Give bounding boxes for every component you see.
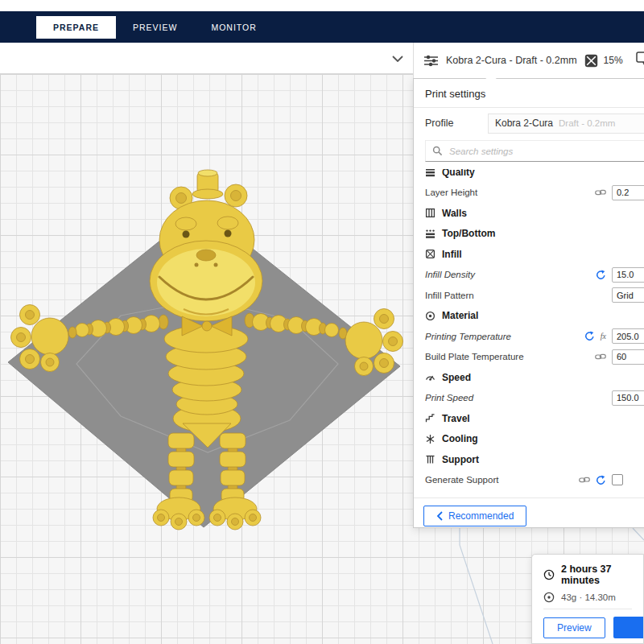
setting-label: Printing Temperature bbox=[425, 332, 511, 341]
search-settings-box bbox=[425, 140, 644, 162]
walls-icon bbox=[425, 208, 436, 218]
section-label: Travel bbox=[442, 413, 470, 424]
profile-summary-label: Kobra 2-Cura - Draft - 0.2mm bbox=[446, 55, 577, 66]
infill-pattern-dropdown[interactable]: Grid bbox=[612, 287, 644, 303]
search-settings-input[interactable] bbox=[449, 147, 644, 156]
setting-label: Print Speed bbox=[425, 393, 473, 402]
section-top-bottom[interactable]: Top/Bottom bbox=[425, 224, 644, 245]
chevron-down-icon[interactable] bbox=[392, 56, 403, 62]
section-speed[interactable]: Speed bbox=[425, 367, 644, 388]
printhead-icon bbox=[636, 52, 644, 69]
material-usage-label: 43g · 14.30m bbox=[561, 592, 616, 602]
reset-icon[interactable] bbox=[584, 331, 595, 341]
generate-support-checkbox[interactable] bbox=[612, 474, 623, 485]
panel-title: Print settings bbox=[414, 79, 644, 108]
section-material[interactable]: Material bbox=[425, 306, 644, 327]
reset-icon[interactable] bbox=[596, 475, 606, 485]
section-label: Material bbox=[442, 310, 478, 321]
link-icon bbox=[579, 476, 590, 484]
window-top-strip bbox=[0, 0, 644, 11]
profile-dropdown[interactable]: Kobra 2-Cura Draft - 0.2mm bbox=[488, 114, 644, 134]
section-label: Quality bbox=[442, 169, 475, 178]
section-label: Speed bbox=[442, 372, 471, 383]
profile-label: Profile bbox=[425, 118, 453, 129]
link-icon bbox=[595, 188, 606, 196]
infill-icon bbox=[425, 249, 436, 259]
section-walls[interactable]: Walls bbox=[425, 203, 644, 224]
clock-icon bbox=[543, 569, 555, 580]
print-speed-input[interactable]: 150.0 bbox=[612, 390, 644, 406]
tab-monitor[interactable]: MONITOR bbox=[194, 16, 273, 39]
file-toolbar bbox=[0, 43, 413, 74]
section-travel[interactable]: Travel bbox=[425, 408, 644, 429]
print-settings-summary-button[interactable]: Kobra 2-Cura - Draft - 0.2mm 15% bbox=[413, 43, 644, 78]
settings-list: Quality Layer Height 0.2 Walls Top/Botto… bbox=[414, 169, 644, 497]
infill-percent-label: 15% bbox=[604, 55, 623, 66]
print-time-label: 2 hours 37 minutes bbox=[561, 564, 643, 586]
setting-label: Layer Height bbox=[425, 188, 477, 197]
section-label: Infill bbox=[442, 249, 462, 260]
setting-row-generate-support: Generate Support bbox=[425, 470, 644, 491]
setting-row-printing-temperature: Printing Temperature fx 205.0 bbox=[425, 326, 644, 347]
material-icon bbox=[425, 311, 436, 321]
search-icon bbox=[432, 146, 443, 156]
top-bottom-icon bbox=[425, 229, 436, 239]
section-label: Cooling bbox=[442, 433, 478, 444]
setting-label: Infill Pattern bbox=[425, 291, 474, 300]
recommended-label: Recommended bbox=[448, 510, 514, 522]
setting-label: Infill Density bbox=[425, 270, 475, 279]
setting-row-layer-height: Layer Height 0.2 bbox=[425, 183, 644, 204]
infill-density-input[interactable]: 15.0 bbox=[612, 267, 644, 283]
travel-icon bbox=[425, 413, 436, 423]
primary-action-button[interactable] bbox=[613, 617, 644, 638]
setting-label: Build Plate Temperature bbox=[425, 352, 524, 361]
quality-icon bbox=[425, 169, 436, 177]
filament-spool-icon bbox=[543, 592, 555, 603]
cooling-icon bbox=[425, 434, 436, 444]
print-job-card: 2 hours 37 minutes 43g · 14.30m Preview bbox=[531, 554, 644, 644]
section-support[interactable]: Support bbox=[425, 449, 644, 470]
section-quality[interactable]: Quality bbox=[425, 169, 644, 183]
section-label: Top/Bottom bbox=[442, 228, 495, 239]
setting-row-print-speed: Print Speed 150.0 bbox=[425, 388, 644, 409]
setting-label: Generate Support bbox=[425, 475, 498, 485]
stage-navbar: PREPARE PREVIEW MONITOR bbox=[0, 11, 644, 43]
section-label: Walls bbox=[442, 208, 467, 219]
preview-button[interactable]: Preview bbox=[543, 617, 605, 638]
divider bbox=[543, 609, 632, 609]
reset-icon[interactable] bbox=[596, 270, 606, 280]
printing-temperature-input[interactable]: 205.0 bbox=[612, 328, 644, 344]
speed-icon bbox=[425, 372, 436, 382]
infill-badge-icon bbox=[584, 54, 598, 68]
section-label: Support bbox=[442, 454, 479, 465]
build-plate-temperature-input[interactable]: 60 bbox=[612, 349, 644, 365]
setting-row-infill-density: Infill Density 15.0 bbox=[425, 265, 644, 286]
tab-preview[interactable]: PREVIEW bbox=[116, 16, 194, 39]
recommended-button[interactable]: Recommended bbox=[423, 506, 526, 526]
chevron-left-icon bbox=[436, 511, 443, 521]
section-cooling[interactable]: Cooling bbox=[425, 429, 644, 450]
sliders-icon bbox=[423, 55, 439, 67]
layer-height-input[interactable]: 0.2 bbox=[612, 185, 644, 200]
tab-prepare[interactable]: PREPARE bbox=[36, 16, 116, 39]
function-icon: fx bbox=[601, 332, 606, 341]
section-infill[interactable]: Infill bbox=[425, 244, 644, 265]
profile-name: Kobra 2-Cura bbox=[495, 118, 553, 129]
setting-row-build-plate-temperature: Build Plate Temperature 60 bbox=[425, 347, 644, 368]
print-settings-panel: Print settings Profile Kobra 2-Cura Draf… bbox=[413, 78, 644, 528]
setting-row-infill-pattern: Infill Pattern Grid bbox=[425, 285, 644, 306]
profile-variant: Draft - 0.2mm bbox=[559, 118, 615, 128]
link-icon bbox=[595, 353, 606, 361]
support-icon bbox=[425, 454, 436, 464]
